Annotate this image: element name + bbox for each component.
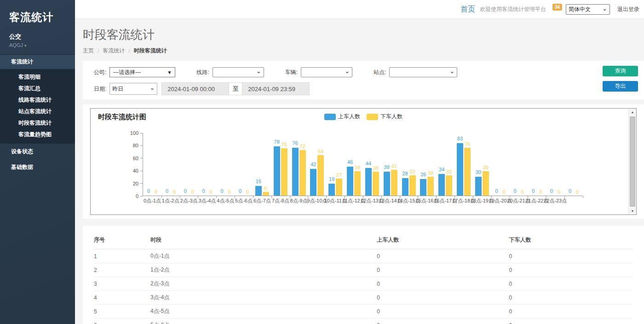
scrollbar-down-arrow-icon[interactable]: ▼ bbox=[629, 208, 636, 214]
sidebar-item-period-stats[interactable]: 时段客流统计 bbox=[0, 117, 75, 129]
line-select[interactable] bbox=[213, 67, 264, 77]
bar-value-label: 0 bbox=[209, 189, 212, 195]
company-select[interactable]: ---请选择--- ▼ bbox=[109, 67, 175, 77]
x-axis-label: 0点-1点 bbox=[144, 197, 161, 204]
bar-group: 0020点-21点 bbox=[510, 133, 528, 196]
bar-group: 192710点-11点 bbox=[326, 133, 345, 196]
scrollbar-up-arrow-icon[interactable]: ▲ bbox=[629, 109, 636, 116]
chevron-down-icon: ▾ bbox=[24, 43, 27, 48]
table-cell: 1点-2点 bbox=[150, 263, 377, 277]
org-name: 公交 bbox=[0, 24, 75, 41]
bar-group: 0021点-22点 bbox=[528, 133, 546, 196]
bar-value-label: 19 bbox=[329, 176, 334, 182]
y-axis-tick: 60 bbox=[133, 156, 143, 161]
bar-boarding: 26 bbox=[420, 179, 426, 196]
bar-group: 002点-3点 bbox=[180, 133, 198, 196]
sidebar-item-station-stats[interactable]: 站点客流统计 bbox=[0, 106, 75, 117]
bar-value-label: 42 bbox=[310, 162, 316, 167]
x-axis-label: 7点-8点 bbox=[272, 197, 289, 204]
date-preset-wrap: 昨日 bbox=[109, 83, 157, 95]
filter-panel: 公司: ---请选择--- ▼ 线路: 车辆: bbox=[83, 61, 644, 99]
bar-value-label: 28 bbox=[402, 171, 408, 176]
y-axis-tick-mark bbox=[140, 145, 143, 146]
y-axis-tick-mark bbox=[140, 158, 143, 158]
bar-value-label: 0 bbox=[513, 188, 516, 194]
col-header-boarding: 上车人数 bbox=[377, 231, 509, 249]
topbar: 首页 欢迎使用客流统计管理平台 34 简体中文 退出登录 bbox=[75, 0, 644, 19]
sidebar: 客流统计 公交 AQGJ▾ 客流统计 客流明细 客流汇总 线路客流统计 站点客流… bbox=[0, 0, 75, 324]
legend-label-boarding: 上车人数 bbox=[338, 113, 360, 121]
table-row: 43点-4点00 bbox=[94, 291, 633, 305]
bar-value-label: 38 bbox=[373, 165, 379, 171]
date-to-input[interactable] bbox=[242, 82, 310, 95]
sidebar-item-passenger-detail[interactable]: 客流明细 bbox=[0, 71, 75, 83]
company-select-value: ---请选择--- bbox=[113, 69, 141, 76]
x-axis-label: 5点-6点 bbox=[235, 197, 253, 204]
bar-value-label: 72 bbox=[299, 144, 305, 149]
welcome-text: 欢迎使用客流统计管理平台 bbox=[480, 6, 546, 13]
table-cell: 2点-3点 bbox=[150, 277, 377, 291]
table-cell: 0 bbox=[509, 305, 633, 318]
bar-value-label: 0 bbox=[155, 189, 157, 195]
legend-item-alighting[interactable]: 下车人数 bbox=[367, 113, 402, 121]
bar-value-label: 64 bbox=[318, 149, 323, 154]
legend-swatch-boarding bbox=[324, 114, 336, 120]
bar-group: 263015点-16点 bbox=[418, 133, 436, 196]
bar-boarding: 38 bbox=[384, 172, 390, 196]
sidebar-item-passenger-summary[interactable]: 客流汇总 bbox=[0, 83, 75, 94]
bar-alighting: 38 bbox=[373, 172, 379, 196]
col-header-period: 时段 bbox=[150, 231, 377, 249]
logout-link[interactable]: 退出登录 bbox=[617, 6, 639, 13]
bar-value-label: 6 bbox=[264, 185, 267, 191]
bar-value-label: 0 bbox=[202, 188, 205, 194]
date-from-input[interactable] bbox=[161, 82, 229, 95]
sidebar-item-line-stats[interactable]: 线路客流统计 bbox=[0, 94, 75, 106]
y-axis-tick-label: 0 bbox=[136, 193, 138, 199]
bar-alighting: 72 bbox=[299, 150, 306, 196]
content: 公司: ---请选择--- ▼ 线路: 车辆: bbox=[83, 61, 644, 324]
vehicle-select[interactable] bbox=[301, 67, 352, 77]
bar-boarding: 28 bbox=[402, 178, 408, 196]
bar-value-label: 46 bbox=[347, 159, 353, 165]
y-axis-tick: 0 bbox=[136, 193, 143, 199]
query-button[interactable]: 查询 bbox=[603, 66, 638, 76]
sidebar-item-trend-chart[interactable]: 客流量趋势图 bbox=[0, 129, 75, 140]
bar-chart-plot: 000点-1点001点-2点002点-3点003点-4点004点-5点005点-… bbox=[143, 133, 583, 196]
bar-value-label: 41 bbox=[391, 163, 397, 169]
scrollbar-thumb[interactable] bbox=[630, 116, 635, 207]
line-select-wrap bbox=[213, 67, 264, 77]
bar-value-label: 32 bbox=[446, 169, 452, 174]
date-label: 日期: bbox=[94, 85, 106, 93]
y-axis-tick-mark bbox=[140, 171, 143, 171]
bar-value-label: 30 bbox=[428, 170, 433, 176]
breadcrumb-home[interactable]: 主页 bbox=[83, 47, 94, 55]
sidebar-item-base-data[interactable]: 基础数据 bbox=[0, 159, 75, 175]
breadcrumb-passenger-stats[interactable]: 客流统计 bbox=[103, 47, 125, 55]
bar-value-label: 0 bbox=[569, 188, 571, 194]
legend-item-boarding[interactable]: 上车人数 bbox=[324, 113, 360, 121]
station-select[interactable] bbox=[389, 67, 457, 77]
bar-alighting: 64 bbox=[317, 155, 324, 196]
table-row: 65点-6点00 bbox=[94, 318, 633, 324]
table-cell: 0点-1点 bbox=[150, 249, 377, 263]
bar-group: 463911点-12点 bbox=[345, 133, 363, 196]
org-code-dropdown[interactable]: AQGJ▾ bbox=[0, 41, 75, 54]
language-select[interactable]: 简体中文 bbox=[566, 4, 610, 15]
bar-group: 004点-5点 bbox=[216, 133, 235, 196]
company-filter: 公司: ---请选择--- ▼ bbox=[94, 67, 175, 77]
chart-scrollbar: ▲ ▼ bbox=[628, 109, 636, 214]
bar-value-label: 0 bbox=[558, 189, 560, 195]
home-link[interactable]: 首页 bbox=[460, 5, 475, 14]
sidebar-item-device-status[interactable]: 设备状态 bbox=[0, 144, 75, 159]
bar-boarding: 44 bbox=[365, 168, 372, 196]
breadcrumb: 主页 / 客流统计 / 时段客流统计 bbox=[83, 47, 644, 55]
bar-group: 76728点-9点 bbox=[290, 133, 308, 196]
bar-value-label: 34 bbox=[439, 167, 444, 172]
x-axis-label: 3点-4点 bbox=[198, 197, 216, 204]
export-button[interactable]: 导出 bbox=[603, 81, 638, 92]
date-preset-select[interactable]: 昨日 bbox=[109, 83, 157, 95]
vehicle-select-wrap bbox=[301, 67, 352, 77]
station-select-wrap bbox=[389, 67, 457, 77]
sidebar-item-passenger-stats[interactable]: 客流统计 bbox=[0, 55, 75, 69]
bar-value-label: 0 bbox=[521, 189, 523, 195]
